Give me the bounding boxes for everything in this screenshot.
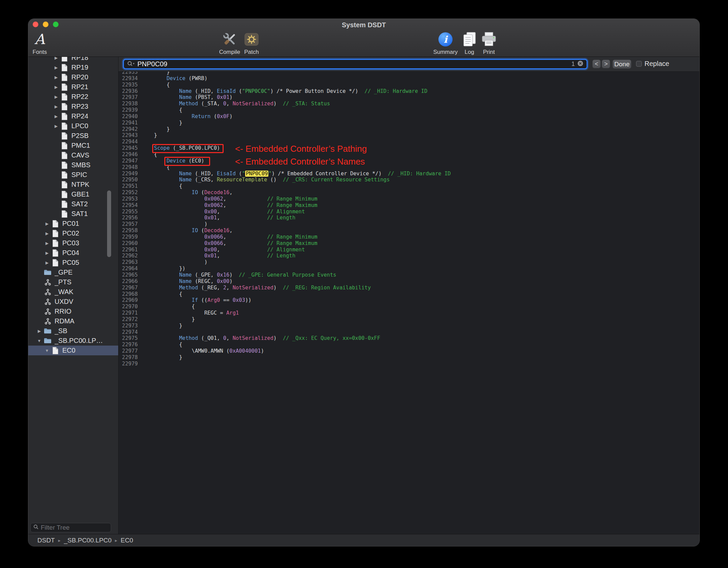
breadcrumb-item-ec0[interactable]: EC0	[121, 537, 133, 544]
disclosure-right-icon[interactable]: ▶	[53, 95, 59, 99]
breadcrumb-item-dsdt[interactable]: DSDT	[37, 537, 55, 544]
sidebar-item-uxdv[interactable]: UXDV	[28, 297, 118, 307]
code-line[interactable]: 22955 0x00, // Alignment	[119, 209, 699, 215]
code-line[interactable]: 22966 Name (REGC, 0x00)	[119, 278, 699, 285]
compile-button[interactable]: Compile	[219, 31, 240, 56]
code-line[interactable]: 22971 REGC = Arg1	[119, 310, 699, 316]
code-line[interactable]: 22950 Name (_CRS, ResourceTemplate () //…	[119, 177, 699, 183]
sidebar-item-rdma[interactable]: RDMA	[28, 316, 118, 326]
sidebar-item-spic[interactable]: SPIC	[28, 170, 118, 180]
sidebar-item-rp19[interactable]: ▶RP19	[28, 63, 118, 72]
code-line[interactable]: 22969 If ((Arg0 == 0x03))	[119, 297, 699, 304]
code-line[interactable]: 22968 {	[119, 291, 699, 297]
code-line[interactable]: 22975 Method (_Q01, 0, NotSerialized) //…	[119, 335, 699, 342]
code-line[interactable]: 22933 }	[119, 72, 699, 75]
code-area[interactable]: 22933 }22934 Device (PWRB)22935 {22936 N…	[119, 72, 699, 534]
code-line[interactable]: 22939 {	[119, 107, 699, 113]
code-line[interactable]: 22958 IO (Decode16,	[119, 227, 699, 234]
sidebar-item-sat1[interactable]: SAT1	[28, 209, 118, 219]
sidebar-item-rp18[interactable]: ▶RP18	[28, 57, 118, 63]
disclosure-right-icon[interactable]: ▶	[53, 124, 59, 129]
disclosure-right-icon[interactable]: ▶	[53, 114, 59, 119]
disclosure-right-icon[interactable]: ▶	[44, 251, 50, 255]
sidebar-item-_wak[interactable]: _WAK	[28, 287, 118, 297]
code-line[interactable]: 22936 Name (_HID, EisaId ("PNP0C0C") /* …	[119, 88, 699, 95]
code-line[interactable]: 22979	[119, 361, 699, 367]
code-line[interactable]: 22943 }	[119, 132, 699, 139]
sidebar-scrollbar[interactable]	[107, 190, 111, 257]
sidebar-item-_sb-pc00-lp-[interactable]: ▼_SB.PC00.LP…	[28, 336, 118, 346]
find-next-button[interactable]: >	[602, 60, 610, 68]
search-input[interactable]	[137, 60, 569, 68]
code-line[interactable]: 22957 )	[119, 221, 699, 227]
code-line[interactable]: 22941 }	[119, 120, 699, 126]
summary-button[interactable]: i Summary	[435, 31, 456, 56]
disclosure-right-icon[interactable]: ▶	[44, 241, 50, 246]
sidebar-item-rp20[interactable]: ▶RP20	[28, 72, 118, 82]
code-line[interactable]: 22965 Name (_GPE, 0x16) // _GPE: General…	[119, 272, 699, 278]
sidebar-item-ec0[interactable]: ▼EC0	[28, 346, 118, 355]
code-line[interactable]: 22967 Method (_REG, 2, NotSerialized) //…	[119, 285, 699, 291]
breadcrumb-item-lpc0[interactable]: _SB.PC00.LPC0	[64, 537, 112, 544]
disclosure-right-icon[interactable]: ▶	[44, 260, 50, 265]
code-line[interactable]: 22974	[119, 329, 699, 335]
disclosure-right-icon[interactable]: ▶	[36, 329, 42, 333]
done-button[interactable]: Done	[613, 60, 631, 69]
code-line[interactable]: 22961 0x00, // Alignment	[119, 247, 699, 253]
clear-search-icon[interactable]	[577, 60, 584, 68]
code-line[interactable]: 22977 \AMW0.AMWN (0xA0040001)	[119, 348, 699, 354]
sidebar-item-pc04[interactable]: ▶PC04	[28, 248, 118, 258]
sidebar-item-pc02[interactable]: ▶PC02	[28, 228, 118, 238]
code-line[interactable]: 22960 0x0066, // Range Maximum	[119, 240, 699, 247]
disclosure-right-icon[interactable]: ▶	[44, 221, 50, 226]
disclosure-right-icon[interactable]: ▶	[53, 65, 59, 70]
code-line[interactable]: 22951 {	[119, 183, 699, 189]
sidebar-item-pc05[interactable]: ▶PC05	[28, 258, 118, 268]
code-line[interactable]: 22972 }	[119, 316, 699, 323]
sidebar-item-rrio[interactable]: RRIO	[28, 307, 118, 316]
disclosure-right-icon[interactable]: ▶	[53, 85, 59, 90]
code-line[interactable]: 22970 {	[119, 304, 699, 310]
sidebar-item-ntpk[interactable]: NTPK	[28, 180, 118, 189]
fonts-button[interactable]: A Fonts	[29, 31, 51, 56]
log-button[interactable]: Log	[459, 31, 480, 56]
code-line[interactable]: 22954 0x0062, // Range Maximum	[119, 202, 699, 209]
find-previous-button[interactable]: <	[592, 60, 601, 68]
sidebar-item-lpc0[interactable]: ▶LPC0	[28, 121, 118, 131]
sidebar-item-sat2[interactable]: SAT2	[28, 199, 118, 209]
sidebar-item-p2sb[interactable]: P2SB	[28, 131, 118, 141]
disclosure-right-icon[interactable]: ▶	[53, 75, 59, 80]
code-line[interactable]: 22942 }	[119, 126, 699, 133]
disclosure-right-icon[interactable]: ▶	[53, 104, 59, 109]
code-line[interactable]: 22956 0x01, // Length	[119, 215, 699, 221]
filter-tree-input[interactable]	[41, 524, 108, 531]
sidebar-item-rp24[interactable]: ▶RP24	[28, 111, 118, 121]
code-line[interactable]: 22963 )	[119, 259, 699, 265]
code-line[interactable]: 22949 Name (_HID, EisaId ("PNP0C09") /* …	[119, 171, 699, 177]
sidebar-item-rp22[interactable]: ▶RP22	[28, 92, 118, 102]
code-line[interactable]: 22978 }	[119, 354, 699, 361]
sidebar-item-gbe1[interactable]: GBE1	[28, 189, 118, 199]
disclosure-right-icon[interactable]: ▶	[44, 231, 50, 236]
code-line[interactable]: 22940 Return (0x0F)	[119, 113, 699, 120]
print-button[interactable]: Print	[478, 31, 500, 56]
sidebar-item-pc01[interactable]: ▶PC01	[28, 219, 118, 228]
disclosure-right-icon[interactable]: ▶	[53, 57, 59, 60]
code-line[interactable]: 22959 0x0066, // Range Minimum	[119, 234, 699, 240]
disclosure-down-icon[interactable]: ▼	[36, 339, 42, 343]
sidebar-item-smbs[interactable]: SMBS	[28, 160, 118, 170]
code-line[interactable]: 22938 Method (_STA, 0, NotSerialized) //…	[119, 101, 699, 107]
sidebar-item-rp21[interactable]: ▶RP21	[28, 82, 118, 92]
patch-button[interactable]: Patch	[241, 31, 262, 56]
code-line[interactable]: 22964 })	[119, 265, 699, 272]
sidebar-item-pc03[interactable]: ▶PC03	[28, 238, 118, 248]
code-line[interactable]: 22934 Device (PWRB)	[119, 75, 699, 82]
sidebar-item-rp23[interactable]: ▶RP23	[28, 102, 118, 111]
code-line[interactable]: 22976 {	[119, 342, 699, 348]
sidebar-item-cavs[interactable]: CAVS	[28, 150, 118, 160]
code-line[interactable]: 22953 0x0062, // Range Minimum	[119, 196, 699, 202]
code-line[interactable]: 22962 0x01, // Length	[119, 253, 699, 259]
code-line[interactable]: 22973 }	[119, 323, 699, 329]
code-line[interactable]: 22937 Name (PBST, 0x01)	[119, 94, 699, 101]
search-icon[interactable]	[127, 61, 135, 68]
